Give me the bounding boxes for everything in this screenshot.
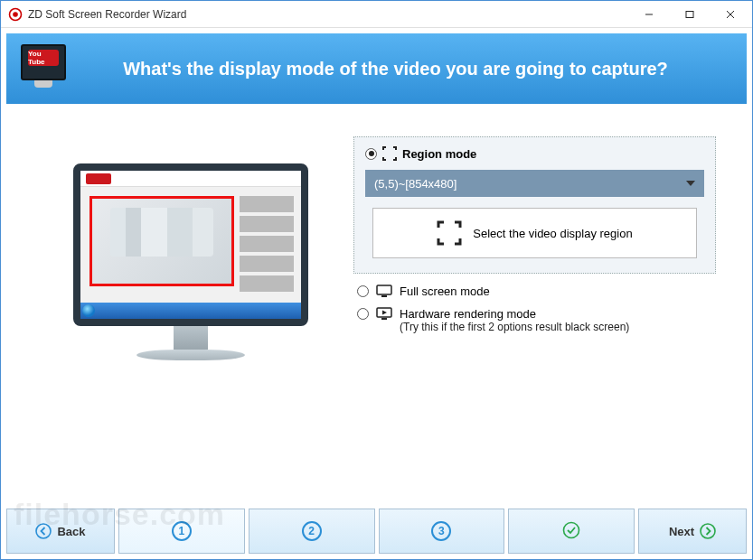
- monitor-icon: [376, 285, 392, 297]
- svg-marker-9: [382, 311, 387, 315]
- dropdown-caret-icon: [686, 181, 695, 186]
- region-mode-group: Region mode (5,5)~[854x480] Select the v…: [353, 136, 716, 274]
- close-button[interactable]: [710, 2, 750, 27]
- radio-region-mode[interactable]: [365, 148, 377, 160]
- step-3[interactable]: 3: [379, 509, 505, 554]
- app-window: ZD Soft Screen Recorder Wizard You Tube …: [0, 0, 753, 560]
- back-button[interactable]: Back: [6, 509, 115, 554]
- next-label: Next: [669, 525, 694, 538]
- svg-rect-7: [381, 295, 387, 297]
- back-label: Back: [57, 525, 85, 538]
- youtube-badge-icon: You Tube: [28, 50, 59, 66]
- svg-point-1: [13, 12, 18, 17]
- window-controls: [628, 2, 750, 27]
- region-size-value: (5,5)~[854x480]: [374, 177, 457, 191]
- check-circle-icon: [562, 521, 580, 542]
- window-title: ZD Soft Screen Recorder Wizard: [28, 8, 628, 21]
- svg-point-11: [36, 524, 51, 538]
- svg-point-13: [701, 524, 715, 538]
- region-highlight-illustration: [89, 196, 234, 286]
- step-2[interactable]: 2: [249, 509, 375, 554]
- region-mode-option[interactable]: Region mode: [365, 146, 704, 161]
- select-region-button[interactable]: Select the video display region: [372, 208, 697, 258]
- radio-hardware[interactable]: [357, 308, 369, 320]
- next-button[interactable]: Next: [638, 509, 747, 554]
- app-icon: [8, 7, 23, 22]
- svg-point-12: [564, 522, 579, 537]
- step-1[interactable]: 1: [118, 509, 245, 554]
- monitor-illustration: [73, 163, 308, 360]
- arrow-right-circle-icon: [700, 523, 716, 539]
- monitor-play-icon: [376, 307, 392, 320]
- step-3-badge: 3: [431, 521, 451, 541]
- maximize-button[interactable]: [669, 2, 710, 27]
- titlebar: ZD Soft Screen Recorder Wizard: [1, 1, 752, 28]
- hardware-hint: (Try this if the first 2 options result …: [400, 321, 629, 333]
- wizard-header: You Tube What's the display mode of the …: [6, 33, 747, 104]
- step-1-badge: 1: [172, 521, 192, 541]
- hardware-rendering-option[interactable]: Hardware rendering mode (Try this if the…: [357, 307, 716, 333]
- hardware-label: Hardware rendering mode: [400, 307, 629, 321]
- select-region-label: Select the video display region: [473, 227, 632, 240]
- region-mode-label: Region mode: [402, 147, 476, 161]
- wizard-heading: What's the display mode of the video you…: [86, 59, 732, 79]
- arrow-left-circle-icon: [35, 523, 52, 539]
- header-monitor-icon: You Tube: [21, 44, 71, 93]
- preview-column: [37, 136, 344, 480]
- region-size-dropdown[interactable]: (5,5)~[854x480]: [365, 170, 704, 197]
- step-finish[interactable]: [508, 509, 635, 554]
- wizard-footer: Back 1 2 3 Next: [6, 509, 747, 554]
- options-column: Region mode (5,5)~[854x480] Select the v…: [344, 136, 716, 480]
- svg-rect-3: [686, 11, 693, 17]
- wizard-content: Region mode (5,5)~[854x480] Select the v…: [1, 109, 752, 489]
- fullscreen-option[interactable]: Full screen mode: [357, 285, 716, 298]
- radio-fullscreen[interactable]: [357, 285, 369, 297]
- svg-rect-6: [377, 285, 391, 294]
- region-corners-icon: [382, 146, 397, 161]
- minimize-button[interactable]: [628, 2, 669, 27]
- fullscreen-label: Full screen mode: [400, 285, 490, 298]
- select-region-corners-icon: [437, 220, 462, 246]
- step-2-badge: 2: [302, 521, 322, 541]
- svg-rect-10: [381, 318, 387, 320]
